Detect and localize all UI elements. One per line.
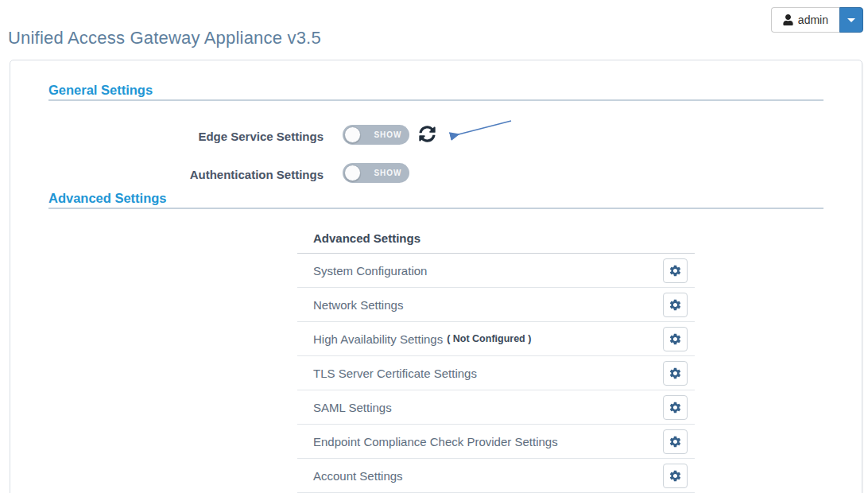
user-dropdown-button[interactable] — [839, 7, 863, 33]
user-label: admin — [798, 14, 828, 26]
toggle-knob — [344, 126, 361, 143]
general-settings-heading: General Settings — [48, 83, 153, 98]
gear-icon[interactable] — [663, 293, 688, 317]
setting-label: Network Settings — [313, 298, 403, 312]
toggle-label: SHOW — [366, 163, 409, 183]
table-row: System Configuration — [297, 254, 695, 288]
setting-label: Endpoint Compliance Check Provider Setti… — [313, 435, 558, 448]
general-settings-divider — [48, 99, 823, 101]
toggle-label: SHOW — [366, 125, 409, 145]
authentication-settings-label: Authentication Settings — [125, 168, 324, 181]
user-button[interactable]: admin — [771, 7, 839, 33]
user-icon — [783, 14, 793, 25]
gear-icon[interactable] — [663, 327, 688, 351]
advanced-settings-table-header: Advanced Settings — [297, 226, 695, 254]
setting-label: System Configuration — [313, 264, 427, 278]
setting-label: TLS Server Certificate Settings — [313, 367, 477, 380]
edge-service-settings-toggle[interactable]: SHOW — [343, 125, 409, 145]
page-title: Unified Access Gateway Appliance v3.5 — [8, 28, 321, 49]
gear-icon[interactable] — [663, 258, 688, 283]
user-menu: admin — [771, 7, 863, 33]
table-row: Account Settings — [297, 459, 695, 493]
gear-icon[interactable] — [663, 361, 688, 386]
setting-label: SAML Settings — [313, 401, 392, 414]
gear-icon[interactable] — [663, 429, 688, 454]
table-row: SAML Settings — [297, 390, 695, 425]
table-row: High Availability Settings ( Not Configu… — [297, 322, 695, 356]
table-row: Endpoint Compliance Check Provider Setti… — [297, 425, 695, 459]
chevron-down-icon — [847, 18, 855, 22]
advanced-settings-heading: Advanced Settings — [48, 191, 167, 206]
settings-panel: General Settings Edge Service Settings S… — [10, 60, 862, 493]
setting-label: High Availability Settings — [313, 332, 443, 346]
setting-label: Account Settings — [313, 469, 403, 483]
toggle-knob — [344, 165, 361, 181]
refresh-icon[interactable] — [419, 125, 436, 142]
annotation-arrow — [440, 114, 519, 146]
advanced-settings-divider — [48, 208, 823, 209]
gear-icon[interactable] — [663, 464, 688, 488]
edge-service-settings-label: Edge Service Settings — [125, 130, 324, 143]
table-row: Network Settings — [297, 288, 695, 322]
page: admin Unified Access Gateway Appliance v… — [0, 0, 868, 493]
authentication-settings-toggle[interactable]: SHOW — [343, 163, 409, 183]
advanced-settings-table: Advanced Settings System Configuration N… — [297, 226, 695, 493]
gear-icon[interactable] — [663, 395, 688, 420]
table-row: TLS Server Certificate Settings — [297, 356, 695, 390]
setting-status: ( Not Configured ) — [447, 333, 531, 344]
